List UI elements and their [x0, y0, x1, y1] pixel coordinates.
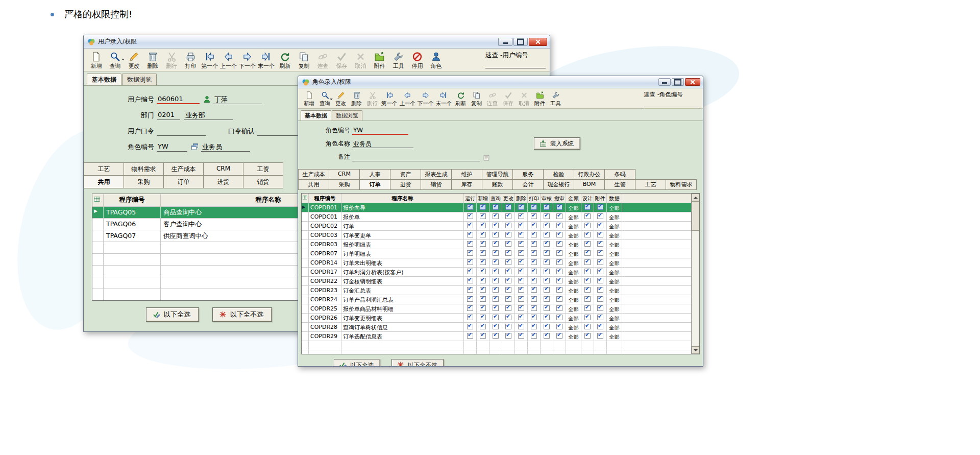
note-field[interactable] [352, 153, 480, 161]
permission-checkbox[interactable] [556, 305, 562, 311]
permission-checkbox[interactable] [556, 324, 562, 329]
module-tab[interactable]: 账款 [482, 179, 513, 190]
grid-row[interactable]: COPDR26订单变更明细表全部全部 [302, 313, 691, 322]
permission-checkbox[interactable] [505, 204, 511, 210]
permission-all-cell[interactable]: 全部 [607, 231, 622, 240]
permission-checkbox[interactable] [597, 278, 603, 283]
toolbar-button-role[interactable]: 角色 [427, 51, 446, 70]
module-tab[interactable]: 服务 [512, 169, 544, 180]
permission-checkbox[interactable] [597, 259, 603, 265]
module-tab[interactable]: 条码 [604, 169, 635, 180]
toolbar-button-first[interactable]: 第一个 [380, 90, 399, 107]
toolbar-button-next[interactable]: 下一个 [238, 51, 257, 70]
permission-checkbox[interactable] [531, 204, 537, 210]
load-system-button[interactable]: 装入系统 [534, 137, 580, 150]
permission-checkbox[interactable] [556, 278, 562, 283]
permission-checkbox[interactable] [597, 324, 603, 329]
module-tab[interactable]: 共用 [84, 175, 124, 188]
permission-checkbox[interactable] [531, 315, 537, 320]
select-all-button[interactable]: 以下全选 [334, 359, 380, 366]
permission-checkbox[interactable] [544, 324, 550, 329]
permission-checkbox[interactable] [505, 315, 511, 320]
permission-checkbox[interactable] [584, 259, 591, 265]
scroll-track[interactable] [692, 231, 699, 346]
maximize-button[interactable] [513, 38, 528, 46]
permission-all-cell[interactable]: 全部 [607, 258, 622, 267]
permission-checkbox[interactable] [493, 278, 499, 283]
permission-checkbox[interactable] [518, 232, 524, 237]
module-tab[interactable]: 销货 [243, 175, 283, 188]
permission-checkbox[interactable] [518, 333, 524, 339]
password-field[interactable] [157, 127, 206, 136]
permission-checkbox[interactable] [493, 259, 499, 265]
module-tab[interactable]: 维护 [451, 169, 482, 180]
permission-checkbox[interactable] [531, 324, 537, 329]
permission-checkbox[interactable] [597, 232, 603, 237]
permission-all-cell[interactable]: 全部 [607, 249, 622, 258]
permission-checkbox[interactable] [480, 213, 486, 219]
module-tab[interactable]: 会计 [512, 179, 544, 190]
permission-checkbox[interactable] [584, 324, 591, 329]
permission-checkbox[interactable] [556, 259, 562, 265]
permission-all-cell[interactable]: 全部 [607, 203, 622, 212]
permission-checkbox[interactable] [597, 250, 603, 256]
permission-checkbox[interactable] [505, 278, 511, 283]
permission-checkbox[interactable] [544, 204, 550, 210]
select-none-button[interactable]: 以下全不选 [212, 307, 272, 322]
permission-checkbox[interactable] [467, 213, 473, 219]
module-tab[interactable]: 生产成本 [163, 162, 204, 176]
permission-checkbox[interactable] [467, 296, 473, 302]
permission-all-cell[interactable]: 全部 [566, 240, 581, 249]
scroll-up-button[interactable] [692, 194, 699, 201]
permission-checkbox[interactable] [518, 315, 524, 320]
quick-search-input[interactable] [644, 99, 699, 107]
module-tab[interactable]: BOM [574, 179, 605, 190]
permission-checkbox[interactable] [544, 278, 550, 283]
permission-all-cell[interactable]: 全部 [566, 222, 581, 230]
permission-checkbox[interactable] [518, 296, 524, 302]
permission-checkbox[interactable] [556, 204, 562, 210]
toolbar-button-search[interactable]: 查询 [106, 51, 125, 70]
permission-checkbox[interactable] [505, 305, 511, 311]
permission-checkbox[interactable] [531, 241, 537, 247]
permission-all-cell[interactable]: 全部 [566, 314, 581, 322]
module-tab[interactable]: 生管 [604, 179, 635, 190]
module-tab[interactable]: 采购 [329, 179, 360, 190]
permission-checkbox[interactable] [584, 296, 591, 302]
permission-all-cell[interactable]: 全部 [566, 249, 581, 258]
permission-checkbox[interactable] [531, 278, 537, 283]
module-tab[interactable]: CRM [203, 162, 243, 176]
permission-checkbox[interactable] [518, 250, 524, 256]
permission-checkbox[interactable] [584, 333, 591, 339]
permission-checkbox[interactable] [597, 287, 603, 293]
module-tab[interactable]: 订单 [163, 175, 204, 188]
permission-checkbox[interactable] [493, 204, 499, 210]
permission-checkbox[interactable] [493, 269, 499, 274]
permission-checkbox[interactable] [518, 269, 524, 274]
permission-all-cell[interactable]: 全部 [566, 332, 581, 341]
permission-checkbox[interactable] [518, 204, 524, 210]
permission-checkbox[interactable] [505, 269, 511, 274]
permission-checkbox[interactable] [480, 204, 486, 210]
toolbar-button-last[interactable]: 末一个 [257, 51, 276, 70]
permission-all-cell[interactable]: 全部 [566, 203, 581, 212]
toolbar-button-trash[interactable]: 删除 [143, 51, 162, 70]
permission-checkbox[interactable] [584, 250, 591, 256]
permission-checkbox[interactable] [584, 232, 591, 237]
grid-row[interactable]: COPDR14订单未出明细表全部全部 [302, 258, 691, 267]
permission-checkbox[interactable] [544, 269, 550, 274]
permission-checkbox[interactable] [467, 259, 473, 265]
permission-checkbox[interactable] [480, 278, 486, 283]
permission-checkbox[interactable] [556, 232, 562, 237]
permission-checkbox[interactable] [597, 305, 603, 311]
module-tab[interactable]: 报表生成 [421, 169, 452, 180]
permission-checkbox[interactable] [480, 305, 486, 311]
permission-checkbox[interactable] [467, 269, 473, 274]
permission-checkbox[interactable] [480, 315, 486, 320]
permission-checkbox[interactable] [467, 232, 473, 237]
toolbar-button-prev[interactable]: 上一个 [219, 51, 238, 70]
window2-titlebar[interactable]: 角色录入/权限 [298, 76, 703, 88]
permission-checkbox[interactable] [493, 305, 499, 311]
close-button[interactable] [529, 38, 547, 46]
role-code-field[interactable]: YW [157, 142, 187, 152]
